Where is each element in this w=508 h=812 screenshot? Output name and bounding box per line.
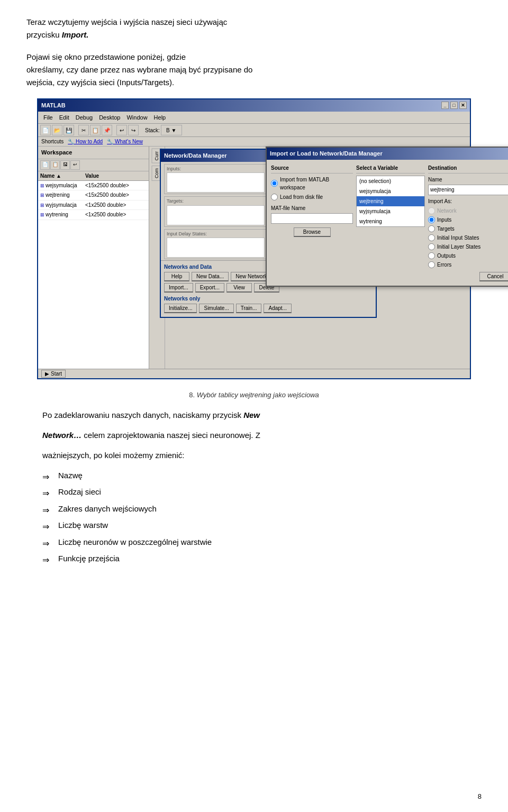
import-radio-disk: Load from disk file: [271, 193, 353, 201]
dest-inputs-label: Inputs: [437, 216, 451, 224]
body-para-1-italic: New: [243, 410, 260, 419]
ndm-group-networks-only: Networks only: [164, 295, 373, 303]
ndm-initialize-btn[interactable]: Initialize...: [164, 304, 197, 313]
dest-init-input-radio[interactable]: [428, 234, 435, 241]
dest-network-radio[interactable]: [428, 207, 435, 214]
dest-inputs-radio[interactable]: [428, 216, 435, 223]
import-workspace-radio[interactable]: [271, 180, 278, 187]
menu-help[interactable]: Help: [151, 113, 169, 123]
dest-init-input-label: Initial Input States: [437, 234, 479, 242]
toolbar-undo[interactable]: ↩: [116, 125, 127, 135]
import-var-2[interactable]: wejtrening: [357, 196, 424, 206]
dest-outputs-radio[interactable]: [428, 252, 435, 259]
ws-col-val-header: Value: [83, 171, 149, 180]
import-variable-list: (no selection) wejsymulacja wejtrening w…: [356, 176, 425, 227]
toolbar-copy[interactable]: 📋: [90, 125, 101, 135]
ndm-new-data-btn[interactable]: New Data...: [192, 272, 229, 281]
arrow-icon-3: ⇒: [42, 520, 53, 534]
toolbar-open[interactable]: 📂: [52, 125, 62, 135]
caption: 8. Wybór tablicy wejtrening jako wejścio…: [26, 390, 482, 400]
workspace-toolbar: 📄 📋 🖫 ↩: [38, 159, 149, 171]
toolbar-cut[interactable]: ✂: [78, 125, 89, 135]
shortcuts-label: Shortcuts: [41, 138, 64, 145]
workspace-table: Name ▲ Value ⊞wejsymulacja <15x2500 doub…: [38, 171, 149, 369]
intro-text-4: określamy, czy dane przez nas wybrane ma…: [26, 65, 252, 74]
body-para-2-suffix: celem zaprojektowania naszej sieci neuro…: [81, 431, 260, 440]
intro-text-2-italic: Import.: [62, 30, 89, 39]
import-body: Source Import from MATLAB workspace Load…: [267, 160, 508, 286]
maximize-button[interactable]: □: [450, 102, 458, 109]
shortcut-whats-new[interactable]: 🔧 What's New: [107, 138, 143, 145]
list-item-4-text: Liczbę neuronów w poszczególnej warstwie: [58, 536, 212, 549]
ndm-view-btn[interactable]: View: [226, 283, 252, 293]
close-button[interactable]: ✕: [459, 102, 467, 109]
ws-btn-1[interactable]: 📄: [40, 160, 50, 170]
stack-dropdown[interactable]: B ▼: [161, 125, 182, 135]
ndm-simulate-btn[interactable]: Simulate...: [199, 304, 233, 313]
import-var-3[interactable]: wyjsymulacja: [357, 206, 424, 216]
arrow-list: ⇒ Nazwę ⇒ Rodzaj sieci ⇒ Zakres danych w…: [42, 469, 482, 568]
import-variable-col: Select a Variable (no selection) wejsymu…: [356, 164, 425, 269]
ndm-adapt-btn[interactable]: Adapt...: [264, 304, 291, 313]
ndm-train-btn[interactable]: Train...: [236, 304, 262, 313]
ndm-inputs-panel: Inputs:: [164, 164, 267, 195]
import-dest-radio-group: Network Inputs Targets: [428, 207, 508, 269]
menu-debug[interactable]: Debug: [72, 113, 96, 123]
menu-file[interactable]: File: [40, 113, 56, 123]
ndm-help-btn[interactable]: Help: [164, 272, 189, 281]
matlab-titlebar: MATLAB _ □ ✕: [38, 99, 470, 112]
import-action-buttons: Cancel Import: [271, 272, 508, 281]
caption-number: 8.: [189, 391, 195, 399]
ws-row-1[interactable]: ⊞wejtrening <15x2500 double>: [38, 190, 149, 200]
import-var-0[interactable]: (no selection): [357, 176, 424, 186]
dest-radio-errors: Errors: [428, 261, 508, 269]
import-var-1[interactable]: wejsymulacja: [357, 186, 424, 196]
menu-edit[interactable]: Edit: [56, 113, 72, 123]
arrow-icon-4: ⇒: [42, 537, 53, 551]
body-para-2-italic: Network…: [42, 431, 81, 440]
menu-window[interactable]: Window: [123, 113, 150, 123]
import-matfile-input[interactable]: [271, 213, 353, 224]
dest-errors-radio[interactable]: [428, 261, 435, 268]
shortcut-how-to-add[interactable]: 🔧 How to Add: [68, 138, 103, 145]
matlab-main-content: Curr Com Network/Data Manager ✕ Inputs:: [149, 147, 470, 369]
dest-targets-label: Targets: [437, 225, 455, 233]
dest-init-layer-radio[interactable]: [428, 243, 435, 250]
ndm-export-btn[interactable]: Export...: [195, 283, 224, 293]
start-button[interactable]: ▶ Start: [41, 370, 66, 378]
import-destination-title: Destination: [428, 164, 508, 174]
arrow-icon-0: ⇒: [42, 470, 53, 484]
list-item-2-text: Zakres danych wejściowych: [58, 503, 157, 515]
import-cancel-btn[interactable]: Cancel: [479, 272, 508, 281]
body-para-3: ważniejszych, po kolei możemy zmienić:: [42, 449, 482, 462]
menu-desktop[interactable]: Desktop: [96, 113, 123, 123]
workspace-title: Workspace: [38, 147, 149, 159]
import-source-col: Source Import from MATLAB workspace Load…: [271, 164, 353, 269]
ws-row-3[interactable]: ⊞wytrening <1x2500 double>: [38, 210, 149, 220]
import-disk-radio[interactable]: [271, 194, 278, 200]
body-section: Po zadeklarowaniu naszych danych, nacisk…: [42, 409, 482, 462]
ws-btn-4[interactable]: ↩: [70, 160, 80, 170]
toolbar-paste[interactable]: 📌: [102, 125, 112, 135]
ndm-import-btn[interactable]: Import...: [164, 283, 193, 293]
minimize-button[interactable]: _: [441, 102, 449, 109]
dest-targets-radio[interactable]: [428, 225, 435, 232]
workspace-panel: Workspace 📄 📋 🖫 ↩ Name ▲ Value ⊞wejsymul…: [38, 147, 149, 369]
toolbar-redo[interactable]: ↪: [128, 125, 139, 135]
ws-btn-2[interactable]: 📋: [50, 160, 60, 170]
ws-row-2[interactable]: ⊞wyjsymulacja <1x2500 double>: [38, 200, 149, 211]
toolbar-new[interactable]: 📄: [40, 125, 51, 135]
intro-text-3: Pojawi się okno przedstawione poniżej, g…: [26, 52, 186, 61]
caption-text: Wybór tablicy wejtrening jako wejściowa: [197, 391, 319, 399]
import-var-4[interactable]: wytrening: [357, 216, 424, 226]
toolbar-save[interactable]: 💾: [64, 125, 74, 135]
import-title: Import or Load to Network/Data Manager: [270, 149, 383, 158]
import-name-input[interactable]: [428, 185, 508, 195]
ws-row-0[interactable]: ⊞wejsymulacja <15x2500 double>: [38, 181, 149, 191]
intro-paragraph-2: Pojawi się okno przedstawione poniżej, g…: [26, 51, 482, 89]
ws-btn-3[interactable]: 🖫: [60, 160, 70, 170]
start-label: Start: [51, 371, 62, 377]
stack-label: Stack:: [145, 126, 160, 134]
start-icon: ▶: [45, 371, 49, 377]
import-browse-btn[interactable]: Browse: [294, 227, 331, 237]
